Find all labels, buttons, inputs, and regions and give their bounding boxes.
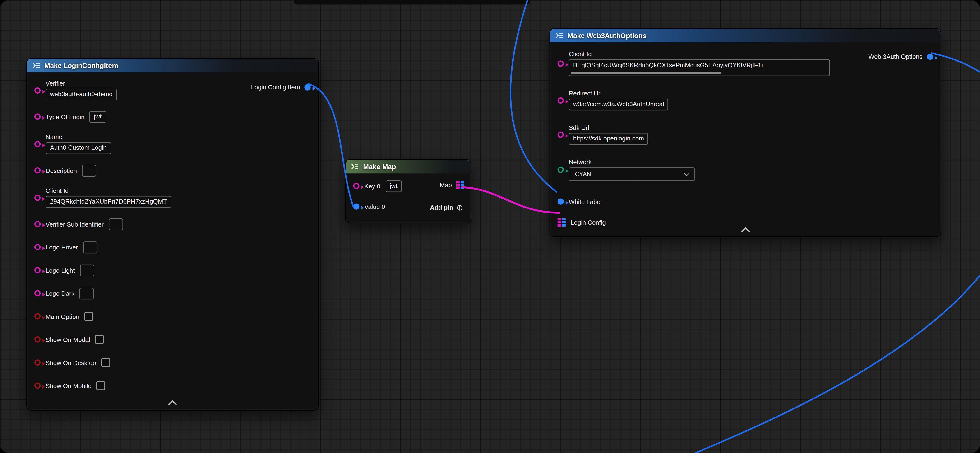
logo-dark-label: Logo Dark — [46, 290, 75, 297]
logo-hover-input[interactable] — [83, 241, 97, 253]
logo-dark-input[interactable] — [80, 287, 94, 299]
output-pin-row: Login Config Item — [251, 84, 310, 90]
node-header[interactable]: Make Web3AuthOptions — [550, 29, 941, 43]
verifier-sub-identifier-label: Verifier Sub Identifier — [46, 220, 103, 227]
pin-row-client-id: Client Id 294QRkchfq2YaXUbPri7D6PH7xzHgQ… — [27, 187, 318, 208]
verifier-sub-identifier-input[interactable] — [109, 218, 123, 230]
pin-row-show-on-modal: Show On Modal — [27, 333, 318, 346]
login-config-label: Login Config — [571, 219, 606, 226]
node-make-map[interactable]: Make Map Map Key 0 jwt Value 0 Add pin — [345, 159, 471, 223]
add-pin-icon: ⊕ — [456, 204, 463, 212]
map-output-row: Map — [440, 181, 465, 189]
show-on-desktop-pin[interactable] — [34, 360, 41, 366]
show-on-modal-pin[interactable] — [34, 336, 41, 342]
pin-row-show-on-desktop: Show On Desktop — [27, 356, 318, 369]
type-of-login-label: Type Of Login — [46, 113, 84, 120]
sdk-url-pin[interactable] — [558, 131, 564, 138]
network-pin[interactable] — [558, 166, 564, 173]
logo-light-label: Logo Light — [46, 267, 75, 274]
key0-pin[interactable] — [353, 183, 359, 189]
logo-light-input[interactable] — [80, 264, 94, 276]
type-of-login-input[interactable]: jwt — [90, 111, 106, 122]
pin-row-main-option: Main Option — [27, 310, 318, 323]
verifier-input[interactable]: web3auth-auth0-demo — [46, 89, 117, 100]
main-option-pin[interactable] — [34, 313, 41, 319]
logo-hover-pin[interactable] — [34, 244, 41, 250]
sdk-url-input[interactable]: https://sdk.openlogin.com — [569, 133, 648, 145]
blueprint-canvas[interactable]: Make LoginConfigItem Login Config Item V… — [0, 0, 980, 453]
output-pin-row: Web 3Auth Options — [868, 53, 933, 60]
redirect-url-input[interactable]: w3a://com.w3a.Web3AuthUnreal — [569, 98, 668, 111]
pin-row-logo-hover: Logo Hover — [27, 241, 318, 253]
value0-pin[interactable] — [353, 204, 359, 210]
show-on-desktop-checkbox[interactable] — [101, 358, 110, 367]
verifier-label: Verifier — [46, 80, 117, 87]
output-pin-label: Login Config Item — [251, 84, 300, 90]
node-title: Make LoginConfigItem — [45, 62, 118, 70]
description-pin[interactable] — [34, 167, 41, 173]
pin-row-show-on-mobile: Show On Mobile — [27, 379, 318, 392]
logo-hover-label: Logo Hover — [46, 244, 78, 250]
logo-light-pin[interactable] — [34, 267, 41, 273]
pin-row-name: Name Auth0 Custom Login — [27, 134, 318, 154]
pin-row-verifier-sub-identifier: Verifier Sub Identifier — [27, 218, 318, 230]
offscreen-node — [294, 0, 530, 4]
network-selected-value: CYAN — [575, 171, 591, 177]
collapse-node-button[interactable] — [738, 226, 752, 234]
show-on-modal-label: Show On Modal — [46, 336, 90, 343]
add-pin-button[interactable]: Add pin ⊕ — [430, 204, 463, 212]
graph-background[interactable]: Make LoginConfigItem Login Config Item V… — [0, 0, 980, 453]
client-id-pin[interactable] — [34, 194, 41, 200]
client-id-label: Client Id — [569, 51, 830, 57]
type-of-login-pin[interactable] — [34, 114, 41, 120]
login-config-item-output-pin[interactable] — [304, 84, 310, 90]
make-map-icon — [350, 162, 359, 171]
client-id-input[interactable]: BEglQSgt4cUWcj6SKRdu5QkOXTsePmMcusG5EAoy… — [569, 59, 830, 76]
chevron-down-icon — [684, 170, 690, 176]
main-option-checkbox[interactable] — [84, 312, 93, 321]
client-id-text: BEglQSgt4cUWcj6SKRdu5QkOXTsePmMcusG5EAoy… — [573, 62, 763, 69]
node-header[interactable]: Make LoginConfigItem — [27, 59, 318, 73]
client-id-input[interactable]: 294QRkchfq2YaXUbPri7D6PH7xzHgQMT — [46, 196, 171, 208]
show-on-modal-checkbox[interactable] — [95, 335, 104, 344]
key0-label: Key 0 — [364, 182, 380, 189]
pin-row-logo-light: Logo Light — [27, 264, 318, 277]
node-make-web3authoptions[interactable]: Make Web3AuthOptions Web 3Auth Options C… — [549, 28, 941, 237]
pin-row-white-label: White Label — [550, 195, 941, 209]
white-label-pin[interactable] — [558, 198, 564, 204]
output-pin-label: Web 3Auth Options — [868, 53, 923, 60]
node-header[interactable]: Make Map — [345, 160, 471, 173]
map-output-label: Map — [440, 182, 452, 188]
wire-map-to-login-config[interactable] — [462, 187, 560, 213]
network-label: Network — [569, 158, 695, 165]
node-title: Make Map — [363, 163, 396, 170]
main-option-label: Main Option — [46, 313, 79, 320]
name-input[interactable]: Auth0 Custom Login — [46, 142, 111, 154]
logo-dark-pin[interactable] — [34, 290, 41, 296]
verifier-pin[interactable] — [34, 87, 41, 93]
map-output-pin[interactable] — [456, 181, 465, 189]
collapse-node-button[interactable] — [165, 399, 179, 407]
pin-row-description: Description — [27, 164, 318, 177]
show-on-mobile-pin[interactable] — [34, 382, 41, 388]
web3auth-options-output-pin[interactable] — [927, 53, 933, 59]
field-scrollbar[interactable] — [571, 72, 721, 74]
node-make-loginconfigitem[interactable]: Make LoginConfigItem Login Config Item V… — [26, 58, 319, 410]
redirect-url-pin[interactable] — [558, 97, 564, 103]
key0-input[interactable]: jwt — [385, 180, 402, 192]
pin-row-sdk-url: Sdk Url https://sdk.openlogin.com — [550, 124, 941, 145]
show-on-mobile-checkbox[interactable] — [97, 381, 105, 390]
make-struct-icon — [555, 31, 564, 40]
pin-row-redirect-url: Redirect Url w3a://com.w3a.Web3AuthUnrea… — [550, 90, 941, 111]
white-label-label: White Label — [569, 198, 602, 205]
verifier-sub-identifier-pin[interactable] — [34, 221, 41, 227]
name-pin[interactable] — [34, 141, 41, 147]
description-input[interactable] — [82, 165, 96, 176]
client-id-pin[interactable] — [558, 60, 564, 67]
show-on-mobile-label: Show On Mobile — [46, 382, 91, 389]
chevron-up-icon — [741, 227, 750, 236]
sdk-url-label: Sdk Url — [569, 124, 648, 131]
network-dropdown[interactable]: CYAN — [569, 167, 695, 181]
login-config-pin[interactable] — [558, 218, 566, 226]
value0-label: Value 0 — [364, 203, 385, 210]
